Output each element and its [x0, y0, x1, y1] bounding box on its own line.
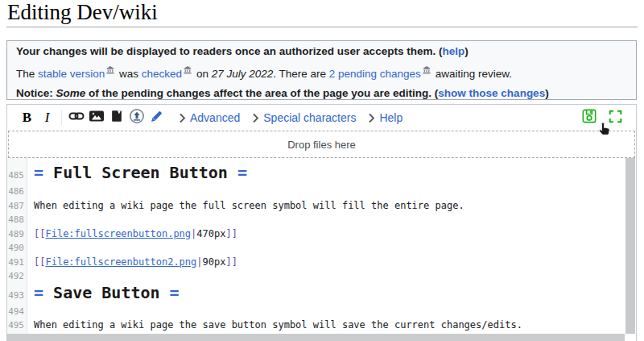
editor-line-491: 491[[File:fullscreenbutton2.png|90px]]: [7, 254, 625, 268]
editor-line-494: 494: [7, 303, 625, 318]
drop-files-label: Drop files here: [287, 139, 356, 151]
line-code[interactable]: [26, 270, 34, 281]
line-code[interactable]: = Full Screen Button =: [26, 163, 247, 182]
editor-lines: 485= Full Screen Button =486487When edit…: [7, 162, 625, 341]
line-code[interactable]: When editing a wiki page the save button…: [26, 319, 522, 331]
title-divider: [6, 27, 638, 27]
section-label: Advanced: [190, 111, 240, 124]
toolbar-right-group: [579, 107, 625, 128]
notice-line1-text: Your changes will be displayed to reader…: [16, 45, 442, 57]
pencil-icon: [149, 109, 164, 127]
pending-review-icon: [423, 61, 431, 81]
italic-button[interactable]: I: [37, 107, 57, 128]
notice-line-2: The stable version was checked on 27 Jul…: [16, 61, 627, 84]
editor-line-489: 489[[File:fullscreenbutton.png|470px]]: [7, 226, 625, 240]
vertical-scrollbar[interactable]: [625, 158, 635, 334]
notice-line2-t2: was: [116, 68, 142, 80]
notice-line2-t1: The: [16, 68, 38, 80]
horizontal-scrollbar[interactable]: [7, 334, 625, 341]
drop-files-zone[interactable]: Drop files here: [8, 131, 635, 158]
stable-version-link[interactable]: stable version: [38, 68, 105, 80]
bold-label: B: [23, 110, 31, 126]
line-number: 490: [7, 241, 26, 256]
chevron-right-icon: [179, 113, 186, 123]
image-button[interactable]: [86, 107, 106, 128]
line-code[interactable]: = Save Button =: [26, 283, 180, 302]
notice-line3-b1: Notice:: [16, 87, 56, 99]
line-code[interactable]: [26, 185, 34, 197]
notice-line1-suffix: ): [464, 45, 469, 57]
pending-changes-link[interactable]: 2 pending changes: [329, 68, 421, 80]
wiki-editor: B I Advanced Special characters Help Dro…: [6, 104, 637, 341]
line-number: 495: [7, 318, 26, 333]
save-icon: [582, 109, 597, 127]
checked-link[interactable]: checked: [142, 68, 182, 80]
line-code[interactable]: [26, 242, 34, 253]
page-title: Editing Dev/wiki: [7, 0, 158, 25]
link-button[interactable]: [66, 107, 86, 128]
toolbar-section-help[interactable]: Help: [368, 111, 402, 124]
pending-review-icon: [106, 61, 114, 81]
line-code[interactable]: [26, 306, 34, 317]
pencil-button[interactable]: [147, 107, 167, 128]
pending-changes-notice: Your changes will be displayed to reader…: [6, 40, 637, 100]
chevron-right-icon: [252, 113, 259, 123]
toolbar-separator: [61, 110, 62, 125]
editor-line-488: 488: [7, 211, 625, 226]
save-button[interactable]: [579, 107, 599, 128]
link-icon: [68, 108, 85, 127]
editor-line-492: 492: [7, 268, 625, 282]
editor-line-490: 490: [7, 239, 625, 254]
toolbar-section-advanced[interactable]: Advanced: [179, 111, 240, 124]
notice-line3-emph: Some: [56, 87, 86, 99]
editor-line-485: 485= Full Screen Button =: [7, 162, 625, 183]
line-number: 488: [7, 213, 26, 227]
image-icon: [89, 108, 105, 127]
editor-line-493: 493= Save Button =: [7, 282, 625, 303]
editor-line-495: 495When editing a wiki page the save but…: [7, 317, 625, 331]
italic-label: I: [45, 110, 50, 126]
notice-line-1: Your changes will be displayed to reader…: [16, 42, 627, 61]
editor-line-487: 487When editing a wiki page the full scr…: [7, 198, 625, 212]
line-number: 486: [7, 185, 26, 199]
line-code[interactable]: [26, 214, 34, 225]
editor-line-486: 486: [7, 183, 625, 198]
help-link[interactable]: help: [442, 45, 464, 57]
toolbar-section-special-characters[interactable]: Special characters: [252, 111, 356, 124]
bold-button[interactable]: B: [17, 107, 37, 128]
line-code[interactable]: [[File:fullscreenbutton.png|470px]]: [26, 228, 237, 239]
reference-button[interactable]: [106, 107, 126, 128]
fullscreen-icon: [609, 110, 622, 127]
line-number: 492: [7, 269, 26, 284]
editor-toolbar: B I Advanced Special characters Help: [7, 105, 636, 131]
chevron-right-icon: [368, 113, 375, 123]
notice-line3-b3: ): [545, 87, 549, 99]
notice-line3-b2: of the pending changes affect the area o…: [85, 87, 438, 99]
code-editor[interactable]: 485= Full Screen Button =486487When edit…: [7, 158, 636, 341]
notice-line2-t3: on: [193, 68, 212, 80]
notice-line2-t5: awaiting review.: [432, 68, 512, 80]
upload-icon: [129, 108, 145, 127]
show-those-changes-link[interactable]: show those changes: [438, 87, 545, 99]
section-label: Help: [379, 111, 402, 124]
line-code[interactable]: When editing a wiki page the full screen…: [26, 200, 464, 211]
line-code[interactable]: [[File:fullscreenbutton2.png|90px]]: [26, 256, 237, 268]
pending-review-icon: [184, 61, 192, 81]
section-label: Special characters: [263, 111, 356, 124]
notice-line2-t4: . There are: [273, 68, 329, 80]
reference-icon: [109, 109, 124, 127]
review-date: 27 July 2022: [212, 68, 274, 80]
notice-line-3: Notice: Some of the pending changes affe…: [16, 84, 627, 103]
upload-button[interactable]: [126, 107, 147, 128]
fullscreen-button[interactable]: [605, 107, 625, 128]
